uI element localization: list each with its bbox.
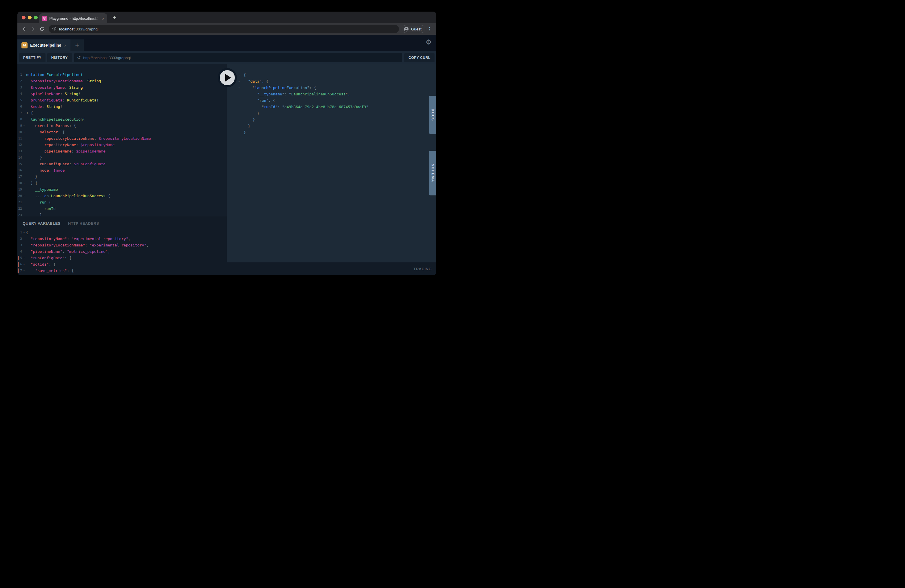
- playground-tab-executepipeline[interactable]: M ExecutePipeline ×: [17, 40, 70, 51]
- docs-side-tab[interactable]: DOCS: [429, 96, 436, 134]
- line-number: 4: [17, 248, 22, 255]
- query-editor[interactable]: 1mutation ExecutePipeline(2 $repositoryL…: [17, 64, 227, 216]
- code-line: 1▾{: [17, 229, 227, 236]
- code-line: 22 runId: [17, 205, 227, 212]
- browser-new-tab-button[interactable]: +: [110, 13, 119, 22]
- copy-curl-button[interactable]: COPY CURL: [404, 53, 435, 62]
- code-line: ▾ "data": {: [227, 78, 436, 85]
- code-token: String: [69, 85, 83, 90]
- code-text: runConfigData: $runConfigData: [26, 161, 105, 167]
- code-token: "experimental_repository": [90, 243, 146, 247]
- browser-menu-icon[interactable]: ⋮: [426, 25, 433, 33]
- code-token: ": [366, 105, 368, 109]
- code-token: ...: [35, 194, 42, 198]
- code-line: ▾ "launchPipelineExecution": {: [227, 85, 436, 91]
- fold-arrow-icon[interactable]: ▾: [22, 129, 26, 135]
- fold-arrow-icon[interactable]: ▾: [22, 255, 26, 261]
- fold-arrow-icon[interactable]: ▾: [22, 180, 26, 186]
- desktop-background: Playground - http://localhost:3 × + loca…: [0, 0, 452, 294]
- code-text: }: [243, 116, 255, 123]
- tab-http-headers[interactable]: HTTP HEADERS: [68, 221, 99, 226]
- code-token: ExecutePipeline(: [46, 73, 83, 77]
- code-token: [26, 143, 44, 147]
- profile-button[interactable]: Guest: [402, 25, 425, 33]
- code-token: ) {: [31, 181, 37, 185]
- code-line: }: [227, 110, 436, 116]
- execute-play-button[interactable]: [218, 68, 237, 87]
- fold-arrow-icon[interactable]: ▾: [238, 85, 243, 91]
- fold-arrow-icon[interactable]: ▾: [238, 78, 243, 85]
- code-token: :: [49, 168, 53, 173]
- code-token: [243, 111, 257, 115]
- code-token: [26, 124, 35, 128]
- line-number: 1: [17, 229, 22, 236]
- fold-arrow-icon[interactable]: ▾: [22, 268, 26, 274]
- code-text: }: [26, 154, 42, 161]
- line-number: 15: [17, 161, 22, 167]
- code-token: __typename: [259, 92, 282, 96]
- settings-gear-icon[interactable]: ⚙: [426, 38, 432, 46]
- query-pane: 1mutation ExecutePipeline(2 $repositoryL…: [17, 64, 227, 275]
- history-button[interactable]: HISTORY: [47, 53, 72, 62]
- fold-arrow-icon[interactable]: ▾: [22, 193, 26, 199]
- code-token: }: [248, 124, 251, 128]
- fold-arrow-icon[interactable]: ▾: [22, 110, 26, 116]
- code-token: [243, 92, 257, 96]
- close-window-button[interactable]: [22, 16, 25, 19]
- graphql-playground: M ExecutePipeline × + ⚙ PRETTIFY HISTORY…: [17, 35, 436, 275]
- browser-window: Playground - http://localhost:3 × + loca…: [17, 11, 436, 275]
- code-line: 19 __typename: [17, 186, 227, 193]
- minimize-window-button[interactable]: [28, 16, 32, 19]
- code-line: 18▾ ) {: [17, 180, 227, 186]
- code-token: data: [250, 79, 259, 84]
- code-token: $repositoryName: [81, 143, 114, 147]
- code-token: [26, 243, 31, 247]
- playground-new-tab-button[interactable]: +: [70, 40, 84, 51]
- code-token: [62, 92, 65, 96]
- fold-arrow-icon[interactable]: ▾: [22, 122, 26, 129]
- code-token: [26, 98, 31, 102]
- code-text: "pipelineName": "metrics_pipeline",: [26, 248, 110, 255]
- line-number: 13: [17, 148, 22, 154]
- code-token: ,: [146, 243, 149, 247]
- code-token: RunConfigData: [67, 98, 97, 102]
- code-line: }: [227, 129, 436, 136]
- playground-main: 1mutation ExecutePipeline(2 $repositoryL…: [17, 64, 436, 275]
- fold-arrow-icon[interactable]: ▾: [22, 261, 26, 268]
- browser-tab[interactable]: Playground - http://localhost:3 ×: [39, 13, 107, 23]
- browser-tab-close-icon[interactable]: ×: [102, 16, 104, 21]
- prettify-button[interactable]: PRETTIFY: [19, 53, 46, 62]
- code-token: [26, 200, 40, 204]
- code-token: :: [71, 149, 76, 153]
- reload-icon[interactable]: [38, 25, 46, 33]
- endpoint-history-icon: ↺: [77, 55, 81, 60]
- code-token: $repositoryLocationName: [31, 79, 83, 83]
- fold-arrow-icon[interactable]: ▾: [238, 72, 243, 78]
- forward-icon[interactable]: [29, 25, 37, 33]
- code-line: 4 "pipelineName": "metrics_pipeline",: [17, 248, 227, 255]
- fold-arrow-icon[interactable]: ▾: [22, 229, 26, 236]
- schema-side-tab[interactable]: SCHEMA: [429, 151, 436, 195]
- code-token: ": [257, 98, 259, 103]
- playground-tab-close-icon[interactable]: ×: [64, 43, 67, 48]
- line-number: 12: [17, 142, 22, 148]
- code-text: pipelineName: $pipelineName: [26, 148, 105, 154]
- code-token: !: [78, 92, 81, 96]
- zoom-window-button[interactable]: [34, 16, 38, 19]
- tab-query-variables[interactable]: QUERY VARIABLES: [22, 221, 60, 226]
- variables-editor[interactable]: 1▾{2 "repositoryName": "experimental_rep…: [17, 226, 227, 274]
- code-token: run: [259, 98, 266, 103]
- code-line: }: [227, 116, 436, 123]
- code-token: :: [278, 105, 282, 109]
- code-token: $repositoryName: [31, 85, 65, 90]
- back-icon[interactable]: [20, 25, 29, 33]
- code-line: 2 "repositoryName": "experimental_reposi…: [17, 236, 227, 242]
- address-bar[interactable]: localhost:3333/graphql: [49, 25, 399, 33]
- code-token: [65, 98, 67, 102]
- endpoint-url-field[interactable]: ↺ http://localhost:3333/graphql: [74, 53, 402, 62]
- response-pane: ▾{▾ "data": {▾ "launchPipelineExecution"…: [227, 64, 436, 275]
- site-info-icon[interactable]: [52, 26, 57, 32]
- code-token: repositoryLocationName: [44, 136, 94, 141]
- code-token: "runConfigData": [31, 256, 65, 260]
- tracing-toggle[interactable]: TRACING: [413, 267, 432, 271]
